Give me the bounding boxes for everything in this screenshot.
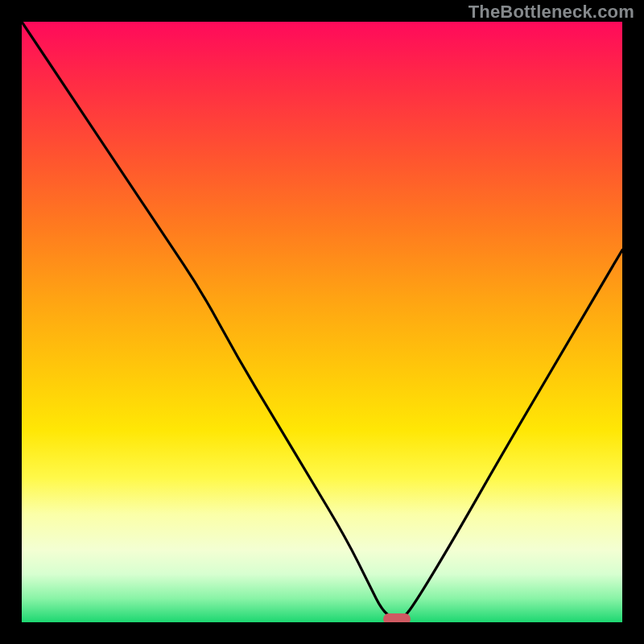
- optimal-marker: [383, 613, 411, 622]
- watermark-text: TheBottleneck.com: [469, 2, 634, 23]
- bottleneck-curve: [22, 22, 622, 622]
- chart-frame: TheBottleneck.com: [0, 0, 644, 644]
- plot-area: [22, 22, 622, 622]
